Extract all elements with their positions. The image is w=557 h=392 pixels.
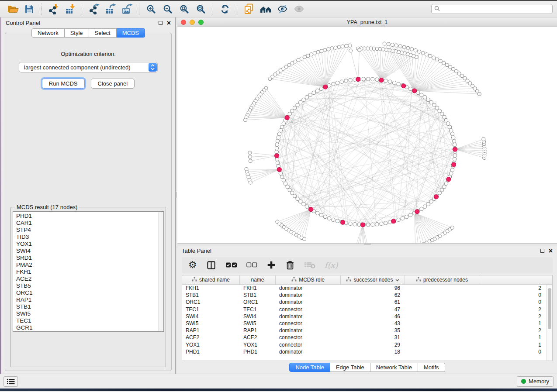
mcds-result-item[interactable]: FKH1	[16, 268, 157, 275]
mcds-result-item[interactable]: PMA2	[16, 261, 157, 268]
export-table-icon[interactable]	[102, 3, 119, 16]
cell-mcds-role: dominator	[276, 292, 341, 298]
table-row[interactable]: YOX1YOX1connector291	[182, 341, 547, 348]
close-panel-icon[interactable]: ×	[167, 21, 171, 26]
column-header-predecessor-nodes[interactable]: predecessor nodes	[405, 275, 479, 284]
column-header-name[interactable]: name	[240, 275, 276, 284]
table-row[interactable]: TEC1TEC1connector472	[182, 306, 547, 313]
mcds-result-list[interactable]: PHD1CAR1STP4TID3YOX1SWI4SRD1PMA2FKH1ACE2…	[13, 211, 164, 332]
float-panel-icon[interactable]	[540, 249, 544, 253]
clear-selection-icon[interactable]	[246, 262, 257, 268]
mcds-result-item[interactable]: ACE2	[16, 275, 157, 282]
delete-column-icon[interactable]	[285, 260, 295, 270]
close-panel-button[interactable]: Close panel	[91, 79, 135, 89]
mcds-result-item[interactable]: STP4	[16, 227, 157, 234]
apply-layout-icon[interactable]	[217, 3, 233, 16]
memory-button-label: Memory	[529, 378, 549, 385]
mcds-result-item[interactable]: TID3	[16, 234, 157, 241]
mcds-result-item[interactable]: CAR1	[16, 220, 157, 227]
save-session-icon[interactable]	[21, 3, 38, 16]
table-scrollbar[interactable]	[547, 285, 552, 361]
close-panel-icon[interactable]: ×	[549, 248, 553, 254]
splitter-grip-icon[interactable]	[364, 244, 371, 245]
table-row[interactable]: FKH1FKH1dominator962	[182, 285, 547, 292]
run-mcds-button[interactable]: Run MCDS	[42, 79, 85, 89]
app-window: Control Panel × NetworkStyleSelectMCDS O…	[0, 0, 557, 392]
cell-mcds-role: dominator	[276, 285, 341, 291]
mcds-result-item[interactable]: PHD1	[16, 213, 157, 220]
mcds-result-item[interactable]: STB5	[16, 282, 157, 289]
cell-shared-name: ORC1	[182, 299, 240, 305]
group-nodes-icon[interactable]	[257, 3, 274, 16]
select-all-rows-icon[interactable]	[225, 261, 237, 268]
tab-motifs[interactable]: Motifs	[418, 363, 445, 372]
zoom-in-icon[interactable]	[143, 3, 159, 16]
network-window-titlebar[interactable]: YPA_prune.txt_1	[177, 17, 557, 27]
open-file-icon[interactable]	[4, 3, 21, 16]
status-menu-button[interactable]	[3, 376, 18, 387]
mcds-result-item[interactable]: SRD1	[16, 254, 157, 261]
table-row[interactable]: RAP1RAP1dominator352	[182, 327, 547, 334]
network-from-selection-icon[interactable]	[241, 3, 257, 16]
search-box[interactable]	[431, 4, 553, 14]
control-panel-title: Control Panel	[6, 20, 159, 26]
mcds-result-item[interactable]: STB1	[16, 303, 157, 310]
panel-splitter-horizontal[interactable]	[177, 243, 557, 245]
table-row[interactable]: STB1STB1dominator620	[182, 292, 547, 299]
tab-node-table[interactable]: Node Table	[289, 363, 330, 372]
column-header-shared-name[interactable]: shared name	[182, 275, 240, 284]
add-column-icon[interactable]	[266, 260, 276, 270]
table-row[interactable]: SWI4SWI4dominator462	[182, 313, 547, 320]
split-columns-icon[interactable]	[206, 260, 216, 270]
tab-mcds[interactable]: MCDS	[117, 28, 145, 38]
cell-successor-nodes: 31	[341, 334, 405, 340]
zoom-out-icon[interactable]	[159, 3, 176, 16]
zoom-selected-icon[interactable]	[193, 3, 209, 16]
float-panel-icon[interactable]	[159, 21, 163, 25]
export-network-icon[interactable]	[86, 3, 102, 16]
mcds-result-item[interactable]: TEC1	[16, 317, 157, 324]
table-row[interactable]: ACE2ACE2connector311	[182, 334, 547, 341]
cell-shared-name: RAP1	[182, 327, 240, 334]
tab-network-table[interactable]: Network Table	[370, 363, 418, 372]
cell-shared-name: SWI5	[182, 320, 240, 327]
table-row[interactable]: ORC1ORC1dominator610	[182, 299, 547, 306]
tab-style[interactable]: Style	[65, 28, 89, 38]
window-minimize-icon[interactable]	[190, 20, 195, 25]
table-panel-title: Table Panel	[182, 248, 540, 254]
cell-successor-nodes: 43	[341, 320, 405, 327]
cell-successor-nodes: 62	[341, 292, 405, 298]
tab-edge-table[interactable]: Edge Table	[330, 363, 370, 372]
table-scrollbar-thumb[interactable]	[548, 288, 551, 329]
optimization-criterion-select[interactable]: largest connected component (undirected)	[19, 62, 158, 72]
cell-name: RAP1	[240, 327, 276, 334]
search-input[interactable]	[442, 6, 550, 12]
mcds-result-item[interactable]: GCR1	[16, 324, 157, 331]
import-table-icon[interactable]	[62, 3, 78, 16]
network-canvas[interactable]	[177, 27, 557, 243]
window-zoom-icon[interactable]	[198, 20, 204, 25]
tab-network[interactable]: Network	[31, 28, 65, 38]
mcds-result-item[interactable]: YOX1	[16, 241, 157, 248]
import-network-icon[interactable]	[45, 3, 62, 16]
column-header-successor-nodes[interactable]: successor nodes	[341, 275, 405, 284]
toolbar-separator	[82, 3, 82, 15]
table-settings-icon[interactable]: ⚙	[188, 260, 197, 270]
mcds-result-item[interactable]: RAP1	[16, 296, 157, 303]
zoom-fit-icon[interactable]	[176, 3, 193, 16]
memory-button[interactable]: Memory	[517, 376, 554, 387]
cell-predecessor-nodes: 1	[405, 320, 547, 327]
mcds-result-item[interactable]: SWI5	[16, 310, 157, 317]
table-row[interactable]: PHD1PHD1dominator180	[182, 348, 547, 355]
tab-select[interactable]: Select	[89, 28, 117, 38]
hide-details-icon[interactable]	[274, 3, 291, 16]
column-header-mcds-role[interactable]: MCDS role	[276, 275, 341, 284]
cell-mcds-role: connector	[276, 334, 341, 340]
window-close-icon[interactable]	[181, 20, 186, 25]
control-panel: Control Panel × NetworkStyleSelectMCDS O…	[1, 17, 176, 374]
export-image-icon[interactable]	[119, 3, 135, 16]
mcds-result-item[interactable]: ORC1	[16, 289, 157, 296]
mcds-list-scrollbar[interactable]	[158, 212, 163, 331]
table-row[interactable]: SWI5SWI5connector431	[182, 320, 547, 327]
mcds-result-item[interactable]: SWI4	[16, 248, 157, 254]
